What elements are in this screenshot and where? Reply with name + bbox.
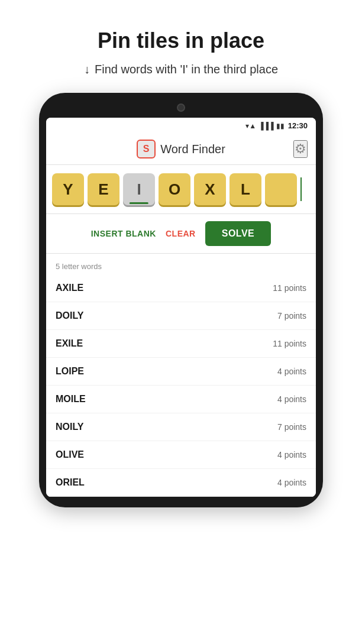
app-name: Word Finder [160,143,225,156]
word-item-moile[interactable]: MOILE 4 points [46,386,316,413]
word-item-doily[interactable]: DOILY 7 points [46,302,316,330]
phone-frame: ▾▲ ▐▐▐ ▮▮ 12:30 S Word Finder ⚙ Y E I O … [39,93,323,507]
word-item-exile[interactable]: EXILE 11 points [46,330,316,358]
signal-icon: ▐▐▐ [258,122,274,130]
solve-button[interactable]: SOLVE [205,221,272,246]
word-name: EXILE [56,338,83,349]
status-bar: ▾▲ ▐▐▐ ▮▮ 12:30 [46,118,316,134]
cursor-line [300,177,302,201]
status-time: 12:30 [288,121,308,130]
tile-E[interactable]: E [88,173,119,205]
wifi-icon: ▾▲ [245,122,256,130]
word-points: 4 points [277,478,306,487]
tile-L[interactable]: L [230,173,261,205]
page-title: Pin tiles in place [98,28,264,53]
insert-blank-button[interactable]: INSERT BLANK [91,229,156,238]
logo-icon: S [137,140,156,158]
app-logo: S Word Finder [137,140,225,158]
word-name: ORIEL [56,477,85,488]
word-points: 4 points [277,394,306,404]
word-item-olive[interactable]: OLIVE 4 points [46,441,316,469]
battery-icon: ▮▮ [276,122,285,130]
phone-screen: ▾▲ ▐▐▐ ▮▮ 12:30 S Word Finder ⚙ Y E I O … [46,118,316,497]
word-name: DOILY [56,310,83,321]
word-name: NOILY [56,422,83,432]
tile-area: Y E I O X L [46,165,316,214]
word-points: 4 points [277,367,306,376]
tile-Y[interactable]: Y [52,173,84,205]
word-points: 11 points [273,339,306,348]
word-category: 5 letter words [46,254,316,274]
word-list: 5 letter words AXILE 11 points DOILY 7 p… [46,254,316,497]
word-points: 7 points [277,311,306,321]
app-header: S Word Finder ⚙ [46,134,316,165]
arrow-icon: ↓ [84,63,90,76]
word-item-oriel[interactable]: ORIEL 4 points [46,469,316,497]
word-points: 7 points [277,422,306,432]
word-points: 4 points [277,450,306,459]
word-name: MOILE [56,394,86,404]
subtitle: ↓ Find words with 'I' in the third place [84,63,278,76]
action-row: INSERT BLANK CLEAR SOLVE [46,214,316,254]
tile-empty[interactable] [265,173,297,205]
tile-O[interactable]: O [159,173,190,205]
word-name: OLIVE [56,449,84,460]
word-name: AXILE [56,283,83,293]
phone-camera [177,103,185,112]
tile-X[interactable]: X [194,173,226,205]
word-item-noily[interactable]: NOILY 7 points [46,413,316,441]
tile-I[interactable]: I [123,173,155,205]
settings-button[interactable]: ⚙ [293,140,308,158]
subtitle-text: Find words with 'I' in the third place [95,63,278,76]
word-item-axile[interactable]: AXILE 11 points [46,274,316,302]
clear-button[interactable]: CLEAR [166,229,196,238]
word-name: LOIPE [56,366,84,377]
status-icons: ▾▲ ▐▐▐ ▮▮ [245,122,284,130]
word-points: 11 points [273,283,306,293]
word-item-loipe[interactable]: LOIPE 4 points [46,358,316,386]
